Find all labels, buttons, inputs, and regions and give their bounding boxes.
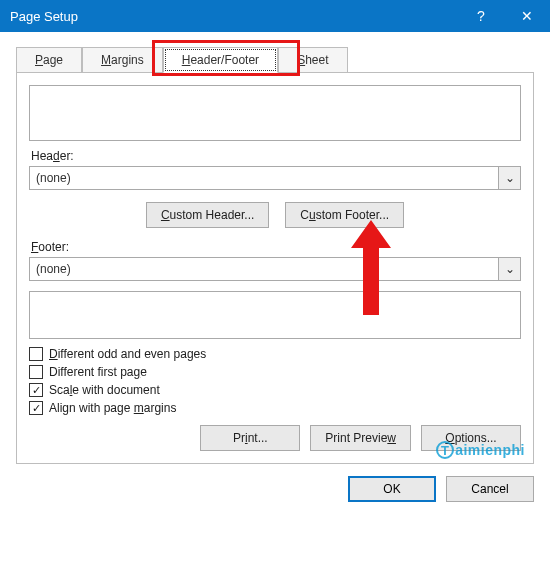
dialog-buttons: OK Cancel xyxy=(16,476,534,502)
custom-footer-button[interactable]: Custom Footer... xyxy=(285,202,404,228)
tab-sheet[interactable]: Sheet xyxy=(278,47,347,73)
checkbox-icon: ✓ xyxy=(29,401,43,415)
check-align-with-margins[interactable]: ✓ Align with page margins xyxy=(29,401,521,415)
header-value: (none) xyxy=(30,171,498,185)
checkbox-icon: ✓ xyxy=(29,383,43,397)
cancel-button[interactable]: Cancel xyxy=(446,476,534,502)
checkbox-icon xyxy=(29,365,43,379)
check-different-first[interactable]: Different first page xyxy=(29,365,521,379)
footer-value: (none) xyxy=(30,262,498,276)
header-label: Header: xyxy=(31,149,521,163)
titlebar: Page Setup ? ✕ xyxy=(0,0,550,32)
checkbox-group: Different odd and even pages Different f… xyxy=(29,347,521,415)
footer-combobox[interactable]: (none) ⌄ xyxy=(29,257,521,281)
help-button[interactable]: ? xyxy=(458,0,504,32)
watermark: Taimienphi xyxy=(436,441,525,459)
check-different-odd-even[interactable]: Different odd and even pages xyxy=(29,347,521,361)
help-icon: ? xyxy=(477,8,485,24)
footer-preview: Taimienphi xyxy=(29,291,521,339)
chevron-down-icon[interactable]: ⌄ xyxy=(498,258,520,280)
print-button[interactable]: Print... xyxy=(200,425,300,451)
print-preview-button[interactable]: Print Preview xyxy=(310,425,411,451)
checkbox-icon xyxy=(29,347,43,361)
custom-header-button[interactable]: Custom Header... xyxy=(146,202,269,228)
tab-header-footer[interactable]: Header/Footer xyxy=(163,47,278,73)
tab-panel: Header: (none) ⌄ Custom Header... Custom… xyxy=(16,72,534,464)
dialog-content: Page Margins Header/Footer Sheet Header:… xyxy=(0,32,550,514)
header-combobox[interactable]: (none) ⌄ xyxy=(29,166,521,190)
chevron-down-icon[interactable]: ⌄ xyxy=(498,167,520,189)
close-icon: ✕ xyxy=(521,8,533,24)
tab-bar: Page Margins Header/Footer Sheet xyxy=(16,46,534,72)
window-title: Page Setup xyxy=(10,9,458,24)
close-button[interactable]: ✕ xyxy=(504,0,550,32)
tab-page[interactable]: Page xyxy=(16,47,82,73)
check-scale-with-document[interactable]: ✓ Scale with document xyxy=(29,383,521,397)
header-preview xyxy=(29,85,521,141)
ok-button[interactable]: OK xyxy=(348,476,436,502)
tab-margins[interactable]: Margins xyxy=(82,47,163,73)
footer-label: Footer: xyxy=(31,240,521,254)
custom-buttons-row: Custom Header... Custom Footer... xyxy=(29,202,521,228)
